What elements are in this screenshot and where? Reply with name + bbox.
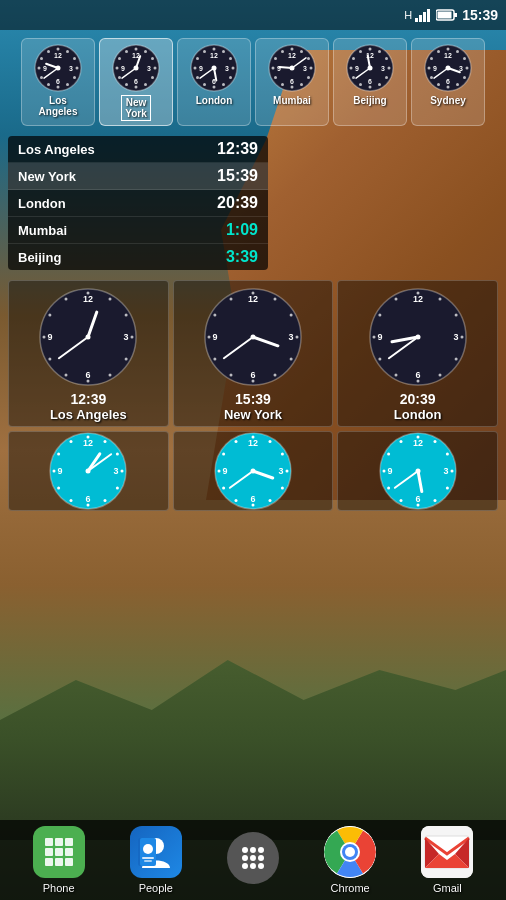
svg-point-213: [268, 499, 271, 502]
svg-text:9: 9: [355, 65, 359, 72]
svg-text:3: 3: [225, 65, 229, 72]
status-bar: H 15:39: [0, 0, 506, 30]
svg-point-210: [281, 453, 284, 456]
svg-point-191: [121, 470, 124, 473]
small-clock-label: Mumbai: [273, 95, 311, 106]
small-clock-beijing[interactable]: 12369Beijing: [333, 38, 407, 126]
svg-point-259: [143, 844, 153, 854]
status-time: 15:39: [462, 7, 498, 23]
svg-point-93: [378, 83, 381, 86]
svg-point-98: [352, 57, 355, 60]
dock-item-gmail[interactable]: Gmail: [421, 826, 473, 894]
svg-point-95: [359, 83, 362, 86]
svg-rect-0: [415, 18, 418, 22]
phone-icon: [33, 826, 85, 878]
dock-item-chrome[interactable]: Chrome: [324, 826, 376, 894]
svg-point-176: [378, 358, 381, 361]
svg-text:3: 3: [381, 65, 385, 72]
svg-point-26: [56, 66, 61, 71]
svg-point-215: [234, 499, 237, 502]
big-clock-time: 15:39: [235, 391, 271, 407]
big-clock-london[interactable]: 1236920:39London: [337, 280, 498, 427]
svg-point-169: [438, 297, 441, 300]
svg-point-130: [125, 314, 128, 317]
city-name: Mumbai: [18, 223, 67, 238]
small-clock-new-york[interactable]: 12369NewYork: [99, 38, 173, 126]
time-list-widget: Los Angeles12:39New York15:39London20:39…: [8, 136, 268, 270]
svg-point-71: [310, 67, 313, 70]
svg-text:9: 9: [48, 332, 53, 342]
svg-point-52: [229, 76, 232, 79]
apps-icon: [227, 832, 279, 884]
dock-item-people[interactable]: People: [130, 826, 182, 894]
svg-point-39: [125, 50, 128, 53]
svg-point-189: [104, 440, 107, 443]
small-clock-sydney[interactable]: 12369Sydney: [411, 38, 485, 126]
dock-item-apps[interactable]: [227, 832, 279, 888]
svg-point-209: [268, 440, 271, 443]
teal-clock-sydney[interactable]: 12369: [337, 431, 498, 511]
svg-point-108: [447, 48, 450, 51]
svg-point-51: [232, 67, 235, 70]
svg-text:3: 3: [147, 65, 151, 72]
svg-text:12: 12: [413, 294, 423, 304]
svg-point-17: [38, 67, 41, 70]
svg-rect-252: [65, 848, 73, 856]
svg-point-111: [466, 67, 469, 70]
people-icon: [130, 826, 182, 878]
time-list-row[interactable]: Beijing3:39: [8, 244, 268, 270]
main-content: 12369LosAngeles 12369NewYork 12369London…: [0, 30, 506, 519]
big-clock-new-york[interactable]: 1236915:39New York: [173, 280, 334, 427]
big-clock-los-angeles[interactable]: 1236912:39Los Angeles: [8, 280, 169, 427]
svg-point-78: [274, 57, 277, 60]
svg-point-28: [135, 48, 138, 51]
dock: Phone People: [0, 820, 506, 900]
svg-text:12: 12: [83, 294, 93, 304]
svg-point-231: [450, 470, 453, 473]
big-clock-time: 12:39: [70, 391, 106, 407]
time-list-row[interactable]: London20:39: [8, 190, 268, 217]
dock-item-phone[interactable]: Phone: [33, 826, 85, 894]
time-list-row[interactable]: Los Angeles12:39: [8, 136, 268, 163]
svg-rect-254: [55, 858, 63, 866]
svg-point-263: [250, 847, 256, 853]
svg-text:6: 6: [446, 78, 450, 85]
people-label: People: [139, 882, 173, 894]
svg-text:3: 3: [288, 332, 293, 342]
svg-point-53: [222, 83, 225, 86]
svg-point-114: [447, 86, 450, 89]
svg-text:9: 9: [212, 332, 217, 342]
svg-point-35: [125, 83, 128, 86]
small-clock-mumbai[interactable]: 12369Mumbai: [255, 38, 329, 126]
svg-point-151: [295, 336, 298, 339]
svg-point-70: [307, 57, 310, 60]
svg-point-155: [229, 374, 232, 377]
svg-text:9: 9: [121, 65, 125, 72]
teal-clock-beijing[interactable]: 12369: [173, 431, 334, 511]
svg-point-54: [213, 86, 216, 89]
svg-point-37: [116, 67, 119, 70]
svg-rect-248: [55, 838, 63, 846]
svg-point-216: [222, 487, 225, 490]
svg-point-96: [352, 76, 355, 79]
svg-point-8: [57, 48, 60, 51]
svg-point-150: [290, 314, 293, 317]
phone-label: Phone: [43, 882, 75, 894]
svg-point-33: [144, 83, 147, 86]
svg-point-69: [300, 50, 303, 53]
svg-point-32: [151, 76, 154, 79]
chrome-icon: [324, 826, 376, 878]
svg-point-110: [463, 57, 466, 60]
small-clock-london[interactable]: 12369London: [177, 38, 251, 126]
teal-clock-mumbai[interactable]: 12369: [8, 431, 169, 511]
svg-point-59: [203, 50, 206, 53]
time-list-row[interactable]: New York15:39: [8, 163, 268, 190]
svg-point-138: [49, 314, 52, 317]
time-list-row[interactable]: Mumbai1:09: [8, 217, 268, 244]
small-clock-los-angeles[interactable]: 12369LosAngeles: [21, 38, 95, 126]
svg-text:12: 12: [444, 52, 452, 59]
svg-point-94: [369, 86, 372, 89]
svg-point-76: [274, 76, 277, 79]
big-clock-time: 20:39: [400, 391, 436, 407]
signal-icon: [415, 8, 433, 22]
